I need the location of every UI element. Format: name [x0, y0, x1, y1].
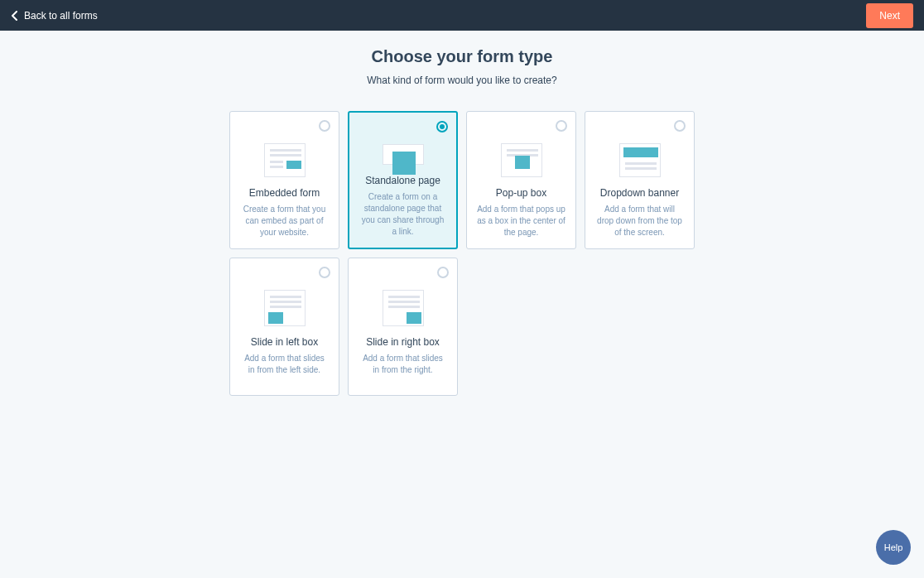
form-type-card[interactable]: Slide in right boxAdd a form that slides…: [348, 258, 458, 396]
card-title: Slide in right box: [366, 336, 440, 348]
page-title: Choose your form type: [0, 47, 924, 66]
card-desc: Create a form on a standalone page that …: [359, 191, 446, 238]
page-subtitle: What kind of form would you like to crea…: [0, 75, 924, 86]
card-desc: Add a form that slides in from the right…: [359, 353, 447, 376]
card-desc: Add a form that will drop down from the …: [595, 204, 684, 238]
back-link-label: Back to all forms: [24, 10, 98, 22]
form-type-card[interactable]: Embedded formCreate a form that you can …: [229, 111, 339, 249]
card-title: Pop-up box: [496, 187, 546, 199]
form-type-card[interactable]: Slide in left boxAdd a form that slides …: [229, 258, 339, 396]
radio-indicator[interactable]: [437, 267, 449, 278]
topbar: Back to all forms Next: [0, 0, 924, 31]
form-type-thumbnail: [264, 290, 306, 326]
form-type-thumbnail: [619, 143, 661, 177]
card-desc: Add a form that pops up as a box in the …: [477, 204, 565, 238]
card-title: Dropdown banner: [600, 187, 679, 199]
card-title: Slide in left box: [251, 336, 318, 348]
card-desc: Add a form that slides in from the left …: [240, 353, 329, 376]
form-type-thumbnail: [264, 143, 306, 177]
radio-indicator[interactable]: [436, 121, 448, 132]
content: Choose your form type What kind of form …: [0, 31, 924, 396]
form-type-card[interactable]: Dropdown bannerAdd a form that will drop…: [585, 111, 695, 249]
radio-indicator[interactable]: [674, 120, 686, 132]
card-title: Standalone page: [365, 175, 440, 186]
back-link[interactable]: Back to all forms: [11, 10, 98, 22]
form-type-card[interactable]: Pop-up boxAdd a form that pops up as a b…: [466, 111, 576, 249]
radio-indicator[interactable]: [319, 120, 330, 132]
card-desc: Create a form that you can embed as part…: [240, 204, 329, 238]
form-type-thumbnail: [383, 144, 424, 165]
cards-grid: Embedded formCreate a form that you can …: [0, 111, 924, 396]
radio-indicator[interactable]: [556, 120, 567, 132]
help-button[interactable]: Help: [876, 530, 911, 565]
radio-indicator[interactable]: [319, 267, 330, 278]
chevron-left-icon: [11, 11, 19, 21]
form-type-card[interactable]: Standalone pageCreate a form on a standa…: [348, 111, 458, 249]
help-button-label: Help: [884, 542, 903, 552]
form-type-thumbnail: [501, 143, 542, 177]
radio-dot: [440, 124, 445, 129]
form-type-thumbnail: [383, 290, 424, 326]
card-title: Embedded form: [249, 187, 320, 199]
next-button[interactable]: Next: [866, 3, 913, 28]
